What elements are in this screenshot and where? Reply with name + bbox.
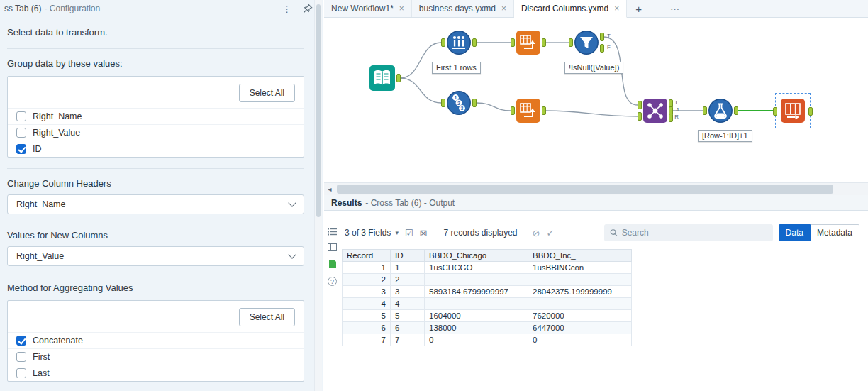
checkbox-last[interactable] <box>16 368 26 378</box>
table-row[interactable]: 111usCHCGO1usBBINCcon <box>343 262 632 274</box>
tool-cross-tab-top[interactable] <box>516 30 541 55</box>
scrollbar-thumb[interactable] <box>316 4 321 217</box>
group-by-item-right-value[interactable]: Right_Value <box>8 124 304 141</box>
tool-filter[interactable]: T F <box>574 30 599 55</box>
multi-row-formula-icon <box>708 98 733 123</box>
new-columns-dropdown[interactable]: Right_Value <box>7 246 304 266</box>
output-anchor[interactable] <box>808 107 813 116</box>
deselect-fields-icon[interactable]: ⊠ <box>420 228 428 238</box>
output-anchor[interactable] <box>542 38 546 47</box>
scrollbar-thumb[interactable] <box>337 185 833 194</box>
checkbox-concatenate[interactable] <box>16 336 26 346</box>
right-input-anchor[interactable] <box>638 112 642 121</box>
no-filter-icon[interactable]: ⊘ <box>533 228 540 238</box>
table-row[interactable]: 7700 <box>343 334 632 346</box>
annotation-filter[interactable]: !IsNull([Value]) <box>564 62 623 74</box>
tool-cross-tab-bottom[interactable] <box>516 98 541 123</box>
kebab-menu-icon[interactable]: ⋮ <box>277 4 297 14</box>
search-box[interactable] <box>604 224 773 241</box>
canvas-horizontal-scrollbar[interactable]: ◂ <box>324 182 868 195</box>
table-row[interactable]: 5516040007620000 <box>343 310 632 322</box>
aggregation-item-concatenate[interactable]: Concatenate <box>8 332 304 348</box>
cell-id: 7 <box>391 334 425 346</box>
aggregation-item-last[interactable]: Last <box>8 365 304 381</box>
input-anchor[interactable] <box>441 38 445 47</box>
checkbox-first[interactable] <box>16 352 26 362</box>
aggregation-select-all-button[interactable]: Select All <box>239 308 295 326</box>
annotation-multirow[interactable]: [Row-1:ID]+1 <box>698 130 752 142</box>
aggregation-label: Method for Aggregating Values <box>7 282 304 293</box>
table-row[interactable]: 335893184.679999999728042375.199999999 <box>343 286 632 298</box>
checkbox-right-name[interactable] <box>16 111 26 121</box>
list-view-icon[interactable] <box>328 228 337 236</box>
config-vertical-scrollbar[interactable] <box>314 0 322 391</box>
tab-business-days[interactable]: business days.yxmd × <box>412 0 514 17</box>
input-anchor[interactable] <box>441 99 445 107</box>
tool-sample[interactable] <box>446 30 472 55</box>
select-fields-icon[interactable]: ☑ <box>405 228 413 238</box>
false-output-anchor[interactable] <box>600 44 604 53</box>
annotation-sample[interactable]: First 1 rows <box>432 62 481 74</box>
column-header-id[interactable]: ID <box>391 250 425 262</box>
output-anchor[interactable] <box>542 106 546 115</box>
group-by-item-right-name[interactable]: Right_Name <box>8 108 304 124</box>
tab-new-workflow1[interactable]: New Workflow1* × <box>324 0 412 17</box>
anchor-letter-r: R <box>674 114 679 120</box>
group-by-item-id[interactable]: ID <box>8 141 304 157</box>
table-row[interactable]: 44 <box>343 298 632 310</box>
checkbox-id[interactable] <box>16 144 26 154</box>
true-output-anchor[interactable] <box>600 33 604 41</box>
workspace: New Workflow1* × business days.yxmd × Di… <box>324 0 868 391</box>
tool-multi-row-formula[interactable] <box>708 98 733 123</box>
column-header-bbdo-chicago[interactable]: BBDO_Chicago <box>425 250 528 262</box>
tab-discard-columns[interactable]: Discard Columns.yxmd × <box>514 0 627 18</box>
checkbox-right-value[interactable] <box>16 128 26 138</box>
checkbox-label: Last <box>33 368 50 378</box>
metadata-tab-button[interactable]: Metadata <box>811 224 859 241</box>
configuration-panel: ss Tab (6) - Configuration ⋮ Select data… <box>0 0 323 391</box>
close-icon[interactable]: × <box>399 4 404 13</box>
group-by-select-all-button[interactable]: Select All <box>239 84 295 102</box>
output-anchor[interactable] <box>472 38 477 47</box>
scroll-left-arrow[interactable]: ◂ <box>324 183 335 195</box>
aggregation-item-first[interactable]: First <box>8 348 304 365</box>
anchor-letter-t: T <box>607 33 611 39</box>
input-anchor[interactable] <box>569 38 573 47</box>
tool-join[interactable]: L J R <box>642 98 668 123</box>
apply-icon[interactable]: ✓ <box>546 228 554 238</box>
group-by-label: Group data by these values: <box>7 58 304 69</box>
output-anchor[interactable] <box>396 74 401 82</box>
tool-input-data[interactable] <box>369 65 396 92</box>
close-icon[interactable]: × <box>614 4 619 13</box>
input-anchor[interactable] <box>703 106 707 115</box>
panel-layout-icon[interactable] <box>328 243 337 251</box>
config-subtitle: Select data to transform. <box>7 27 304 38</box>
right-output-anchor[interactable] <box>669 114 673 122</box>
output-anchor-icon[interactable] <box>328 259 337 269</box>
help-icon[interactable]: ? <box>328 277 337 286</box>
output-anchor[interactable] <box>734 106 738 115</box>
fields-selector[interactable]: 3 of 3 Fields ▾ <box>345 228 399 238</box>
tab-overflow-button[interactable]: ⋯ <box>660 0 689 17</box>
column-header-bbdo-inc[interactable]: BBDO_Inc_ <box>528 250 632 262</box>
workflow-canvas[interactable]: T F 1 2 3 <box>324 18 868 182</box>
cell-bbdo-chicago: 5893184.6799999997 <box>425 286 528 298</box>
tool-selected[interactable] <box>775 93 811 128</box>
tool-record-id[interactable]: 1 2 3 <box>446 90 472 116</box>
input-anchor[interactable] <box>511 38 515 47</box>
left-input-anchor[interactable] <box>638 101 642 109</box>
table-row[interactable]: 661380006447000 <box>343 322 632 334</box>
output-anchor[interactable] <box>472 99 477 107</box>
column-header-record[interactable]: Record <box>343 250 391 262</box>
close-icon[interactable]: × <box>501 4 506 13</box>
search-input[interactable] <box>622 228 767 238</box>
table-row[interactable]: 22 <box>343 274 632 286</box>
pin-icon[interactable] <box>300 4 316 13</box>
cell-bbdo-inc: 7620000 <box>528 310 632 322</box>
data-tab-button[interactable]: Data <box>779 224 811 241</box>
input-anchor[interactable] <box>511 106 515 115</box>
input-anchor[interactable] <box>773 107 777 116</box>
new-tab-button[interactable]: + <box>627 0 650 17</box>
column-headers-dropdown[interactable]: Right_Name <box>7 194 304 214</box>
cell-record: 5 <box>343 310 391 322</box>
